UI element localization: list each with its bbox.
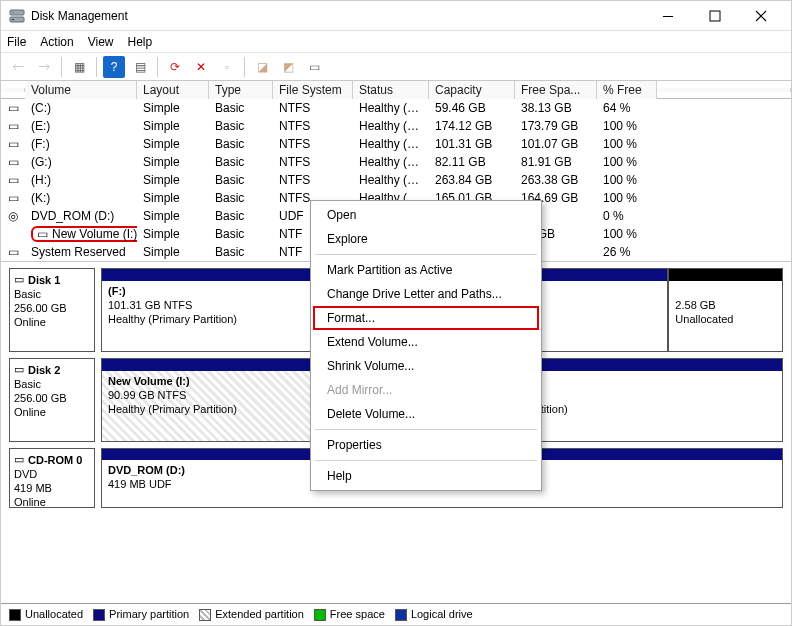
- volume-name: (F:): [25, 137, 137, 151]
- properties-icon[interactable]: ▭: [303, 56, 325, 78]
- action2-icon[interactable]: ◩: [277, 56, 299, 78]
- drive-icon: ▭: [1, 101, 25, 115]
- legend: Unallocated Primary partition Extended p…: [1, 603, 791, 625]
- menu-item-extend-volume[interactable]: Extend Volume...: [313, 330, 539, 354]
- toolbar: 🡐 🡒 ▦ ? ▤ ⟳ ✕ ▫ ◪ ◩ ▭: [1, 53, 791, 81]
- volume-name: System Reserved: [25, 245, 137, 259]
- partition[interactable]: 2.58 GBUnallocated: [668, 268, 783, 352]
- col-layout[interactable]: Layout: [137, 81, 209, 99]
- menu-item-help[interactable]: Help: [313, 464, 539, 488]
- drive-icon: ▭: [1, 173, 25, 187]
- legend-free: Free space: [330, 608, 385, 620]
- legend-logical: Logical drive: [411, 608, 473, 620]
- drive-icon: ▭: [1, 155, 25, 169]
- minimize-button[interactable]: [663, 10, 691, 22]
- disc-icon: ◎: [1, 209, 25, 223]
- disk-label: ▭Disk 1Basic256.00 GBOnline: [9, 268, 95, 352]
- svg-point-3: [12, 11, 14, 13]
- legend-extended: Extended partition: [215, 608, 304, 620]
- volume-name: (E:): [25, 119, 137, 133]
- drive-icon: ▭: [1, 191, 25, 205]
- svg-rect-1: [12, 19, 14, 20]
- context-menu: OpenExploreMark Partition as ActiveChang…: [310, 200, 542, 491]
- volume-name: (G:): [25, 155, 137, 169]
- volume-name: DVD_ROM (D:): [25, 209, 137, 223]
- table-row[interactable]: ▭(F:)SimpleBasicNTFSHealthy (P...101.31 …: [1, 135, 791, 153]
- col-volume[interactable]: Volume: [25, 81, 137, 99]
- forward-icon: 🡒: [33, 56, 55, 78]
- menu-item-add-mirror: Add Mirror...: [313, 378, 539, 402]
- new-icon: ▫: [216, 56, 238, 78]
- drive-icon: ▭: [1, 137, 25, 151]
- table-view-icon[interactable]: ▦: [68, 56, 90, 78]
- menubar: File Action View Help: [1, 31, 791, 53]
- volume-name: (C:): [25, 101, 137, 115]
- close-button[interactable]: [755, 10, 783, 22]
- table-row[interactable]: ▭(E:)SimpleBasicNTFSHealthy (P...174.12 …: [1, 117, 791, 135]
- grid-header-row: Volume Layout Type File System Status Ca…: [1, 81, 791, 99]
- menu-item-format[interactable]: Format...: [313, 306, 539, 330]
- refresh-icon[interactable]: ⟳: [164, 56, 186, 78]
- maximize-button[interactable]: [709, 10, 737, 22]
- disk-icon: ▭: [14, 273, 24, 286]
- table-row[interactable]: ▭(G:)SimpleBasicNTFSHealthy (P...82.11 G…: [1, 153, 791, 171]
- menu-item-explore[interactable]: Explore: [313, 227, 539, 251]
- delete-icon[interactable]: ✕: [190, 56, 212, 78]
- menu-item-change-drive-letter-and-paths[interactable]: Change Drive Letter and Paths...: [313, 282, 539, 306]
- svg-rect-4: [663, 16, 673, 17]
- col-pctfree[interactable]: % Free: [597, 81, 657, 99]
- svg-rect-2: [10, 10, 24, 15]
- menu-item-properties[interactable]: Properties: [313, 433, 539, 457]
- svg-rect-5: [710, 11, 720, 21]
- drive-icon: ▭: [1, 245, 25, 259]
- col-status[interactable]: Status: [353, 81, 429, 99]
- col-type[interactable]: Type: [209, 81, 273, 99]
- table-row[interactable]: ▭(C:)SimpleBasicNTFSHealthy (B...59.46 G…: [1, 99, 791, 117]
- back-icon: 🡐: [7, 56, 29, 78]
- col-capacity[interactable]: Capacity: [429, 81, 515, 99]
- list-view-icon[interactable]: ▤: [129, 56, 151, 78]
- menu-item-open[interactable]: Open: [313, 203, 539, 227]
- disk-icon: ▭: [14, 453, 24, 466]
- legend-unallocated: Unallocated: [25, 608, 83, 620]
- menu-help[interactable]: Help: [128, 35, 153, 49]
- table-row[interactable]: ▭(H:)SimpleBasicNTFSHealthy (L...263.84 …: [1, 171, 791, 189]
- menu-item-shrink-volume[interactable]: Shrink Volume...: [313, 354, 539, 378]
- volume-name: (K:): [25, 191, 137, 205]
- app-icon: [9, 8, 25, 24]
- action-icon[interactable]: ◪: [251, 56, 273, 78]
- disk-icon: ▭: [14, 363, 24, 376]
- volume-name: (H:): [25, 173, 137, 187]
- col-free[interactable]: Free Spa...: [515, 81, 597, 99]
- disk-label: ▭CD-ROM 0DVD419 MBOnline: [9, 448, 95, 508]
- col-filesystem[interactable]: File System: [273, 81, 353, 99]
- menu-view[interactable]: View: [88, 35, 114, 49]
- menu-item-mark-partition-as-active[interactable]: Mark Partition as Active: [313, 258, 539, 282]
- legend-primary: Primary partition: [109, 608, 189, 620]
- help-icon[interactable]: ?: [103, 56, 125, 78]
- disk-label: ▭Disk 2Basic256.00 GBOnline: [9, 358, 95, 442]
- menu-action[interactable]: Action: [40, 35, 73, 49]
- window-title: Disk Management: [31, 9, 663, 23]
- volume-name: ▭New Volume (I:): [25, 226, 137, 242]
- titlebar: Disk Management: [1, 1, 791, 31]
- drive-icon: ▭: [1, 119, 25, 133]
- menu-item-delete-volume[interactable]: Delete Volume...: [313, 402, 539, 426]
- menu-file[interactable]: File: [7, 35, 26, 49]
